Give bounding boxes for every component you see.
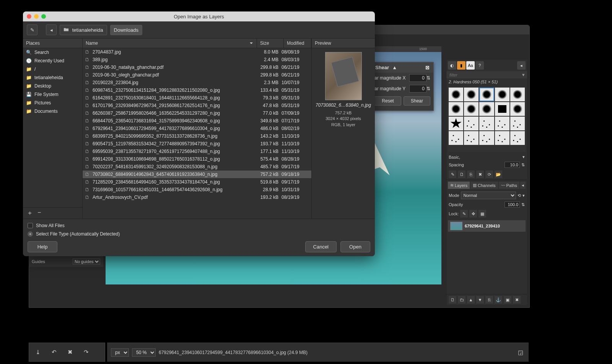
brush-swatch[interactable]	[449, 88, 463, 101]
file-row[interactable]: 🗋69914208_3313306108694698_8850217650316…	[83, 155, 311, 163]
spacing-input[interactable]	[505, 162, 520, 168]
mode-select[interactable]: Normal	[461, 192, 516, 199]
file-row[interactable]: 🗋68399725_840215099695552_87731531337286…	[83, 132, 311, 140]
brush-swatch[interactable]	[464, 102, 479, 116]
brush-swatch[interactable]	[479, 102, 494, 116]
breadcrumb-current[interactable]: Downloads	[110, 25, 142, 35]
patterns-tab-icon[interactable]: ▮	[457, 61, 466, 70]
edit-brush-icon[interactable]: ✎	[449, 171, 456, 178]
nav-icon[interactable]: ◲	[516, 348, 525, 357]
brushes-tab-icon[interactable]: ◐	[448, 61, 456, 70]
file-row[interactable]: 🗋70730802_688499014962843_64574061919233…	[83, 171, 311, 178]
file-row[interactable]: 🗋71285209_2384568164994160_3535373334378…	[83, 178, 311, 186]
brush-swatch[interactable]	[510, 88, 525, 101]
guides-select[interactable]: No guides	[73, 258, 100, 265]
file-row[interactable]: 🗋389.jpg2.4 MB08/03/19	[83, 56, 311, 63]
brush-swatch[interactable]	[464, 131, 479, 145]
cancel-button[interactable]: Cancel	[305, 241, 337, 252]
breadcrumb-home[interactable]: tetianaleheida	[60, 25, 107, 35]
col-size-header[interactable]: Size	[257, 39, 284, 48]
collapse-icon[interactable]: ▲	[392, 65, 397, 70]
brush-swatch[interactable]	[479, 117, 494, 130]
brush-swatch[interactable]	[449, 117, 463, 130]
duplicate-brush-icon[interactable]: ⎘	[467, 171, 475, 178]
brush-swatch[interactable]	[449, 131, 463, 145]
new-group-icon[interactable]: 🗀	[458, 296, 466, 304]
file-row[interactable]: 🗋270A4837.jpg8.0 MB08/08/19	[83, 48, 311, 56]
type-filename-icon[interactable]: ✎	[27, 24, 37, 35]
open-brush-icon[interactable]: 📂	[495, 171, 502, 178]
place-item[interactable]: 📁Pictures	[23, 99, 82, 107]
merge-layer-icon[interactable]: ⚓	[495, 296, 502, 304]
brush-swatch[interactable]	[495, 102, 509, 116]
brush-filter-input[interactable]	[449, 72, 522, 78]
file-row[interactable]: 🗋20190228_223804.jpg2.3 MB10/07/19	[83, 79, 311, 86]
file-row[interactable]: 🗋70202237_548163145991302_32492059083281…	[83, 163, 311, 171]
shear-apply-button[interactable]: Shear	[404, 96, 430, 106]
zoom-select[interactable]: 50 %	[132, 348, 156, 357]
file-row[interactable]: 🗋61642891_2327501630818401_1644811126655…	[83, 94, 311, 102]
lock-alpha-icon[interactable]: ▦	[479, 210, 486, 218]
help-button[interactable]: Help	[28, 241, 57, 252]
close-icon[interactable]: ⊠	[425, 65, 430, 70]
brush-swatch[interactable]	[479, 88, 494, 101]
file-row[interactable]: 🗋60987451_2327506134151284_3991288326211…	[83, 86, 311, 94]
shear-y-input[interactable]	[409, 85, 426, 93]
brush-swatch[interactable]	[510, 117, 525, 130]
expand-icon[interactable]: ＋	[28, 231, 33, 237]
tab-layers[interactable]: ≋Layers	[448, 182, 470, 189]
mask-layer-icon[interactable]: ▣	[504, 296, 511, 304]
brush-swatch[interactable]	[479, 131, 494, 145]
brush-swatch[interactable]	[495, 131, 509, 145]
layer-row[interactable]: 67929641_239410	[448, 220, 526, 232]
new-brush-icon[interactable]: 🗋	[458, 171, 466, 178]
dock-menu-icon[interactable]: ◂	[520, 182, 526, 189]
col-name-header[interactable]: Name	[83, 39, 257, 48]
file-type-row[interactable]: ＋ Select File Type (Automatically Detect…	[28, 231, 370, 237]
stepper-icon[interactable]: ⇅	[426, 75, 430, 81]
save-icon[interactable]: ⤓	[34, 348, 42, 356]
shear-x-input[interactable]	[409, 74, 426, 82]
brush-swatch[interactable]	[495, 88, 509, 101]
file-row[interactable]: 🗋69595039_2387135578271970_4265197172569…	[83, 148, 311, 155]
dialog-titlebar[interactable]: Open Image as Layers	[23, 11, 375, 21]
place-item[interactable]: 📁tetianaleheida	[23, 73, 82, 82]
stepper-icon[interactable]: ⇅	[521, 162, 525, 167]
chevron-down-icon[interactable]: ▾	[522, 154, 525, 159]
close-window-icon[interactable]	[27, 14, 31, 19]
remove-bookmark-icon[interactable]: −	[37, 209, 41, 217]
brush-swatch[interactable]	[464, 117, 479, 130]
show-all-row[interactable]: Show All Files	[28, 223, 370, 228]
new-layer-icon[interactable]: 🗋	[449, 296, 456, 304]
file-row[interactable]: 🗋Artur_Androsovych_CV.pdf193.2 kB08/19/1…	[83, 193, 311, 201]
lock-pixels-icon[interactable]: ✎	[460, 210, 468, 218]
tab-channels[interactable]: ▥Channels	[470, 182, 498, 189]
file-row[interactable]: 🗋66844705_2365401736831694_3157589939462…	[83, 117, 311, 125]
file-row[interactable]: 🗋67929641_2394106017294599_4417832776896…	[83, 125, 311, 132]
delete-icon[interactable]: ✖	[66, 348, 74, 356]
place-item[interactable]: 📁Desktop	[23, 82, 82, 90]
lock-position-icon[interactable]: ✥	[469, 210, 477, 218]
back-icon[interactable]: ◂	[46, 24, 57, 35]
brush-swatch[interactable]	[449, 102, 463, 116]
show-all-checkbox[interactable]	[28, 223, 33, 228]
place-item[interactable]: 📁/	[23, 65, 82, 73]
brush-swatch[interactable]	[464, 88, 479, 101]
unit-select[interactable]: px	[111, 348, 129, 357]
files-list[interactable]: 🗋270A4837.jpg8.0 MB08/08/19🗋389.jpg2.4 M…	[83, 48, 311, 219]
place-item[interactable]: 🕓Recently Used	[23, 57, 82, 65]
chevron-down-icon[interactable]: ▾	[522, 72, 525, 78]
refresh-brush-icon[interactable]: ⟳	[485, 171, 493, 178]
raise-layer-icon[interactable]: ▲	[467, 296, 475, 304]
brush-swatch[interactable]	[510, 131, 525, 145]
col-mod-header[interactable]: Modified	[284, 39, 311, 48]
delete-layer-icon[interactable]: ✖	[513, 296, 521, 304]
maximize-window-icon[interactable]	[41, 14, 46, 19]
open-button[interactable]: Open	[340, 241, 370, 252]
minimize-window-icon[interactable]	[34, 14, 39, 19]
duplicate-layer-icon[interactable]: ⎘	[485, 296, 493, 304]
stepper-icon[interactable]: ⇅	[521, 202, 525, 207]
tab-paths[interactable]: 〰Paths	[499, 182, 519, 189]
file-row[interactable]: 🗋2019-06-30_olegh_ghanchar.pdf299.8 kB06…	[83, 71, 311, 79]
brush-swatch[interactable]	[495, 117, 509, 130]
